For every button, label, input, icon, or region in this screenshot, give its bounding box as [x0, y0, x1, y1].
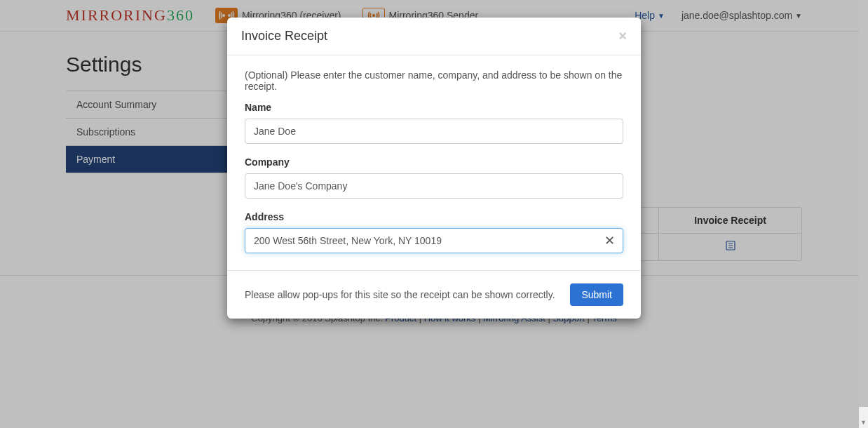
popup-note: Please allow pop-ups for this site so th… — [245, 289, 555, 300]
address-input[interactable] — [245, 228, 623, 253]
scrollbar-thumb[interactable] — [859, 0, 868, 407]
vertical-scrollbar[interactable]: ▲ ▼ — [859, 0, 868, 428]
company-input[interactable] — [245, 173, 623, 199]
submit-button[interactable]: Submit — [570, 283, 623, 306]
modal-intro-text: (Optional) Please enter the customer nam… — [245, 69, 623, 92]
close-icon[interactable]: × — [618, 28, 627, 44]
name-label: Name — [245, 102, 623, 113]
clear-icon[interactable]: ✕ — [604, 233, 615, 248]
address-label: Address — [245, 211, 623, 222]
name-input[interactable] — [245, 119, 623, 144]
scroll-down-arrow-icon[interactable]: ▼ — [859, 417, 868, 428]
modal-title: Invoice Receipt — [241, 29, 327, 44]
invoice-receipt-modal: Invoice Receipt × (Optional) Please ente… — [227, 18, 641, 319]
company-label: Company — [245, 156, 623, 168]
